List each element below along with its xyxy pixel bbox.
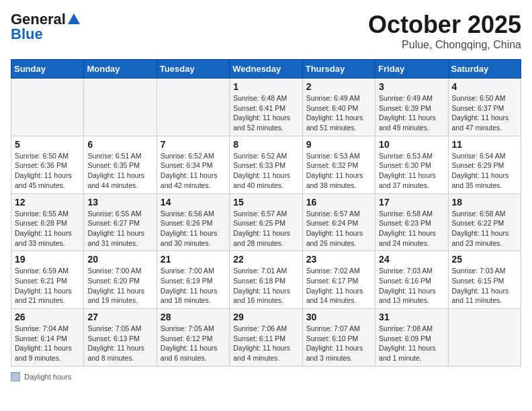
calendar-cell: 6Sunrise: 6:51 AM Sunset: 6:35 PM Daylig… (84, 136, 157, 193)
daylight-legend-box (11, 372, 20, 381)
page-header: General Blue October 2025 Pulue, Chongqi… (11, 11, 521, 51)
calendar-cell: 4Sunrise: 6:50 AM Sunset: 6:37 PM Daylig… (448, 79, 521, 136)
day-info: Sunrise: 6:49 AM Sunset: 6:40 PM Dayligh… (306, 93, 371, 133)
calendar-cell: 7Sunrise: 6:52 AM Sunset: 6:34 PM Daylig… (157, 136, 229, 193)
svg-marker-0 (68, 13, 80, 24)
calendar-cell: 28Sunrise: 7:05 AM Sunset: 6:12 PM Dayli… (157, 309, 229, 367)
day-info: Sunrise: 6:51 AM Sunset: 6:35 PM Dayligh… (87, 151, 152, 191)
calendar-cell: 27Sunrise: 7:05 AM Sunset: 6:13 PM Dayli… (84, 309, 157, 367)
day-number: 23 (306, 254, 371, 265)
weekday-header: Wednesday (230, 60, 302, 79)
day-number: 2 (306, 81, 371, 92)
day-info: Sunrise: 6:48 AM Sunset: 6:41 PM Dayligh… (233, 93, 298, 133)
day-number: 1 (233, 81, 298, 92)
day-info: Sunrise: 7:00 AM Sunset: 6:20 PM Dayligh… (87, 266, 152, 306)
weekday-header: Friday (375, 60, 448, 79)
day-number: 8 (233, 139, 298, 150)
calendar-cell (11, 79, 84, 136)
day-info: Sunrise: 6:59 AM Sunset: 6:21 PM Dayligh… (15, 266, 80, 306)
calendar-subtitle: Pulue, Chongqing, China (368, 39, 521, 51)
day-number: 6 (87, 139, 152, 150)
calendar-cell (448, 309, 521, 367)
calendar-cell: 25Sunrise: 7:03 AM Sunset: 6:15 PM Dayli… (448, 251, 521, 309)
day-number: 30 (306, 312, 371, 322)
day-info: Sunrise: 7:05 AM Sunset: 6:13 PM Dayligh… (87, 324, 152, 363)
calendar-cell: 21Sunrise: 7:00 AM Sunset: 6:19 PM Dayli… (157, 251, 229, 309)
calendar-week-row: 19Sunrise: 6:59 AM Sunset: 6:21 PM Dayli… (11, 251, 521, 309)
day-number: 19 (15, 254, 80, 265)
title-block: October 2025 Pulue, Chongqing, China (368, 11, 521, 51)
logo: General Blue (11, 11, 81, 43)
calendar-week-row: 26Sunrise: 7:04 AM Sunset: 6:14 PM Dayli… (11, 309, 521, 367)
day-number: 3 (379, 81, 444, 92)
calendar-cell: 14Sunrise: 6:56 AM Sunset: 6:26 PM Dayli… (157, 193, 229, 251)
day-info: Sunrise: 7:07 AM Sunset: 6:10 PM Dayligh… (306, 324, 371, 363)
calendar-cell: 10Sunrise: 6:53 AM Sunset: 6:30 PM Dayli… (375, 136, 448, 193)
day-info: Sunrise: 7:00 AM Sunset: 6:19 PM Dayligh… (161, 266, 226, 306)
day-info: Sunrise: 6:53 AM Sunset: 6:32 PM Dayligh… (306, 151, 371, 191)
day-number: 24 (379, 254, 444, 265)
day-number: 27 (87, 312, 152, 322)
calendar-week-row: 5Sunrise: 6:50 AM Sunset: 6:36 PM Daylig… (11, 136, 521, 193)
day-info: Sunrise: 6:58 AM Sunset: 6:22 PM Dayligh… (452, 209, 517, 248)
calendar-cell: 3Sunrise: 6:49 AM Sunset: 6:39 PM Daylig… (375, 79, 448, 136)
calendar-cell: 22Sunrise: 7:01 AM Sunset: 6:18 PM Dayli… (230, 251, 302, 309)
calendar-cell: 16Sunrise: 6:57 AM Sunset: 6:24 PM Dayli… (302, 193, 375, 251)
day-number: 21 (161, 254, 226, 265)
calendar-header-row: SundayMondayTuesdayWednesdayThursdayFrid… (11, 60, 521, 79)
day-number: 26 (15, 312, 80, 322)
day-number: 13 (87, 197, 152, 208)
day-info: Sunrise: 6:53 AM Sunset: 6:30 PM Dayligh… (379, 151, 444, 191)
calendar-table: SundayMondayTuesdayWednesdayThursdayFrid… (11, 59, 521, 367)
day-info: Sunrise: 7:03 AM Sunset: 6:16 PM Dayligh… (379, 266, 444, 306)
day-info: Sunrise: 7:05 AM Sunset: 6:12 PM Dayligh… (161, 324, 226, 363)
calendar-week-row: 12Sunrise: 6:55 AM Sunset: 6:28 PM Dayli… (11, 193, 521, 251)
day-info: Sunrise: 7:03 AM Sunset: 6:15 PM Dayligh… (452, 266, 517, 306)
day-info: Sunrise: 7:06 AM Sunset: 6:11 PM Dayligh… (233, 324, 298, 363)
daylight-label: Daylight hours (24, 373, 71, 381)
day-info: Sunrise: 6:55 AM Sunset: 6:28 PM Dayligh… (15, 209, 80, 248)
day-number: 22 (233, 254, 298, 265)
calendar-cell: 30Sunrise: 7:07 AM Sunset: 6:10 PM Dayli… (302, 309, 375, 367)
calendar-cell (84, 79, 157, 136)
calendar-cell: 18Sunrise: 6:58 AM Sunset: 6:22 PM Dayli… (448, 193, 521, 251)
calendar-cell: 26Sunrise: 7:04 AM Sunset: 6:14 PM Dayli… (11, 309, 84, 367)
calendar-title: October 2025 (368, 11, 521, 39)
day-number: 10 (379, 139, 444, 150)
day-number: 25 (452, 254, 517, 265)
logo-blue: Blue (11, 26, 43, 43)
calendar-cell: 9Sunrise: 6:53 AM Sunset: 6:32 PM Daylig… (302, 136, 375, 193)
day-info: Sunrise: 6:50 AM Sunset: 6:36 PM Dayligh… (15, 151, 80, 191)
calendar-cell: 13Sunrise: 6:55 AM Sunset: 6:27 PM Dayli… (84, 193, 157, 251)
day-info: Sunrise: 6:52 AM Sunset: 6:34 PM Dayligh… (161, 151, 226, 191)
calendar-cell: 19Sunrise: 6:59 AM Sunset: 6:21 PM Dayli… (11, 251, 84, 309)
calendar-cell: 24Sunrise: 7:03 AM Sunset: 6:16 PM Dayli… (375, 251, 448, 309)
day-number: 4 (452, 81, 517, 92)
day-number: 9 (306, 139, 371, 150)
day-number: 29 (233, 312, 298, 322)
day-info: Sunrise: 7:01 AM Sunset: 6:18 PM Dayligh… (233, 266, 298, 306)
calendar-cell (157, 79, 229, 136)
calendar-cell: 12Sunrise: 6:55 AM Sunset: 6:28 PM Dayli… (11, 193, 84, 251)
day-number: 17 (379, 197, 444, 208)
calendar-week-row: 1Sunrise: 6:48 AM Sunset: 6:41 PM Daylig… (11, 79, 521, 136)
day-info: Sunrise: 6:57 AM Sunset: 6:25 PM Dayligh… (233, 209, 298, 248)
day-number: 28 (161, 312, 226, 322)
day-info: Sunrise: 6:54 AM Sunset: 6:29 PM Dayligh… (452, 151, 517, 191)
weekday-header: Saturday (448, 60, 521, 79)
day-number: 5 (15, 139, 80, 150)
day-info: Sunrise: 6:58 AM Sunset: 6:23 PM Dayligh… (379, 209, 444, 248)
weekday-header: Sunday (11, 60, 84, 79)
weekday-header: Thursday (302, 60, 375, 79)
calendar-cell: 31Sunrise: 7:08 AM Sunset: 6:09 PM Dayli… (375, 309, 448, 367)
day-info: Sunrise: 6:57 AM Sunset: 6:24 PM Dayligh… (306, 209, 371, 248)
calendar-cell: 1Sunrise: 6:48 AM Sunset: 6:41 PM Daylig… (230, 79, 302, 136)
calendar-cell: 20Sunrise: 7:00 AM Sunset: 6:20 PM Dayli… (84, 251, 157, 309)
calendar-cell: 15Sunrise: 6:57 AM Sunset: 6:25 PM Dayli… (230, 193, 302, 251)
calendar-cell: 5Sunrise: 6:50 AM Sunset: 6:36 PM Daylig… (11, 136, 84, 193)
day-number: 15 (233, 197, 298, 208)
calendar-footer: Daylight hours (11, 372, 521, 381)
day-number: 12 (15, 197, 80, 208)
day-number: 14 (161, 197, 226, 208)
day-info: Sunrise: 7:04 AM Sunset: 6:14 PM Dayligh… (15, 324, 80, 363)
